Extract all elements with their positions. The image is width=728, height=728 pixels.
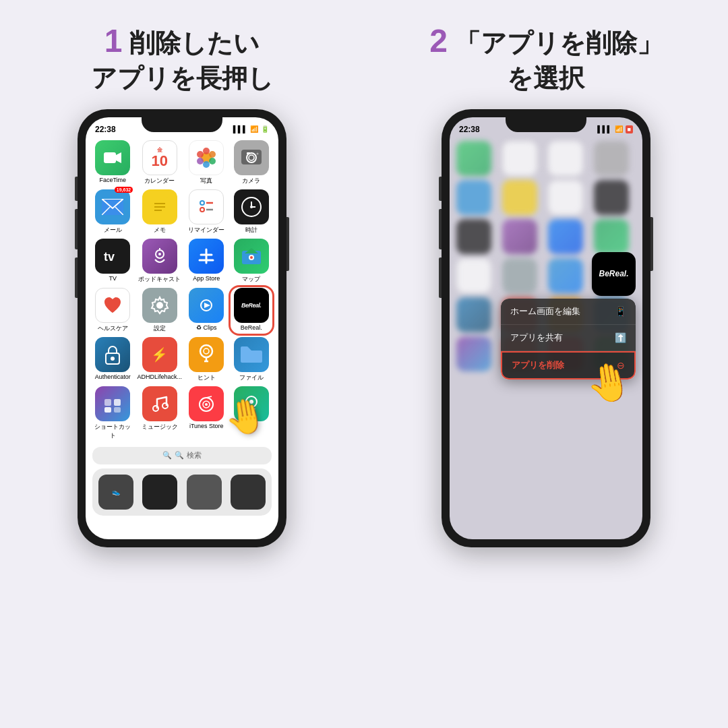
svg-text:tv: tv [104, 250, 115, 264]
health-icon [95, 288, 130, 323]
settings-label: 設定 [154, 324, 166, 333]
app-clock[interactable]: 時計 [231, 189, 272, 235]
svg-point-6 [203, 161, 210, 168]
wifi-icon: 📶 [250, 125, 258, 133]
notes-icon [142, 189, 177, 224]
search-text: 🔍 検索 [175, 450, 201, 460]
svg-point-42 [250, 256, 253, 259]
phone1-frame: 22:38 ▌▌▌ 📶 🔋 FaceTime [78, 109, 286, 547]
app-files[interactable]: ファイル [231, 337, 272, 382]
maps-label: マップ [242, 275, 260, 284]
step1-title: 1 削除したいアプリを長押し [91, 20, 274, 96]
step1-number: 1 [104, 23, 123, 59]
app-mail[interactable]: 19,632 メール [92, 189, 133, 235]
svg-rect-12 [247, 152, 250, 154]
svg-marker-1 [116, 152, 121, 163]
menu-item-edit[interactable]: ホーム画面を編集 📱 [501, 299, 636, 325]
svg-point-35 [158, 253, 161, 255]
mail-icon: 19,632 [95, 189, 130, 224]
wifi-icon2: 📶 [615, 125, 623, 133]
itunes-label: iTunes Store [189, 423, 224, 429]
app-shortcuts[interactable]: ショートカット [92, 386, 133, 440]
svg-point-47 [111, 357, 115, 361]
app-facetime[interactable]: FaceTime [92, 140, 133, 185]
svg-point-3 [203, 148, 210, 154]
music-icon [142, 386, 177, 421]
notch [142, 117, 222, 132]
svg-point-60 [205, 403, 208, 406]
app-notes[interactable]: メモ [137, 189, 182, 235]
app-health[interactable]: ヘルスケア [92, 288, 133, 333]
app-clips[interactable]: ♻ Clips [186, 288, 226, 333]
facetime-label: FaceTime [99, 177, 126, 183]
camera-label: カメラ [242, 177, 260, 185]
app-calendar[interactable]: 金 10 カレンダー [137, 140, 182, 185]
step2-number: 2 [429, 23, 448, 59]
dock-photo2[interactable] [142, 475, 177, 510]
app-hints[interactable]: ヒント [186, 337, 226, 382]
menu-edit-icon: 📱 [615, 306, 626, 317]
dock-photo3[interactable] [187, 475, 222, 510]
phone2-frame: 22:38 ▌▌▌ 📶 ■ [442, 109, 650, 547]
menu-share-label: アプリを共有 [510, 332, 563, 344]
status-time: 22:38 [95, 125, 116, 134]
step2-title: 2 「アプリを削除」を選択 [429, 20, 662, 96]
app-reminders[interactable]: リマインダー [186, 189, 226, 235]
clock-icon [234, 189, 269, 224]
files-label: ファイル [239, 373, 264, 382]
files-icon [234, 337, 269, 372]
signal-icon: ▌▌▌ [233, 125, 247, 133]
svg-point-26 [201, 208, 204, 211]
svg-point-23 [201, 202, 204, 204]
signal-icon2: ▌▌▌ [597, 125, 611, 133]
adhd-label: ADHDLifehack... [137, 373, 182, 380]
search-icon: 🔍 [162, 451, 172, 460]
dock-photo4[interactable] [231, 475, 266, 510]
svg-point-43 [156, 302, 163, 309]
photos-label: 写真 [200, 177, 212, 185]
svg-rect-54 [104, 407, 111, 413]
app-tv[interactable]: tv TV [92, 239, 133, 284]
settings-icon [142, 288, 177, 323]
app-appstore[interactable]: App Store [186, 239, 226, 284]
bereal-label: BeReal. [241, 324, 262, 331]
svg-rect-53 [114, 399, 121, 406]
svg-line-61 [206, 396, 212, 398]
app-photos[interactable]: 写真 [186, 140, 226, 185]
search-bar[interactable]: 🔍 🔍 検索 [92, 447, 272, 464]
health-label: ヘルスケア [98, 324, 128, 333]
notes-label: メモ [154, 226, 166, 235]
app-settings[interactable]: 設定 [137, 288, 182, 333]
svg-point-8 [197, 151, 204, 158]
app-bereal[interactable]: BeReal. BeReal. [231, 288, 272, 333]
clips-label: ♻ Clips [196, 324, 217, 331]
menu-item-share[interactable]: アプリを共有 ⬆️ [501, 325, 636, 351]
dock-photo1[interactable]: 👟 [98, 475, 133, 510]
status-icons: ▌▌▌ 📶 🔋 [233, 125, 269, 133]
app-itunes[interactable]: iTunes Store [186, 386, 226, 440]
mail-badge: 19,632 [115, 187, 133, 193]
reminders-label: リマインダー [188, 226, 224, 235]
app-adhd[interactable]: ⚡ ADHDLifehack... [137, 337, 182, 382]
svg-point-4 [209, 151, 216, 158]
status-icons2: ▌▌▌ 📶 ■ [597, 125, 633, 133]
app-authenticator[interactable]: Authenticator [92, 337, 133, 382]
svg-marker-45 [204, 303, 210, 308]
itunes-icon [189, 386, 224, 421]
hand-cursor-left: 🤚 [221, 394, 269, 439]
reminders-icon [189, 189, 224, 224]
app-camera[interactable]: カメラ [231, 140, 272, 185]
app-podcasts[interactable]: ポッドキャスト [137, 239, 182, 284]
main-container: 1 削除したいアプリを長押し 22:38 ▌▌▌ 📶 🔋 [0, 0, 728, 728]
menu-delete-label: アプリを削除 [512, 359, 564, 371]
calendar-icon: 金 10 [142, 140, 177, 175]
bereal-icon: BeReal. [234, 288, 269, 323]
clips-icon [189, 288, 224, 323]
status-time2: 22:38 [459, 125, 480, 134]
battery-icon: 🔋 [261, 125, 269, 133]
svg-point-7 [197, 158, 204, 164]
app-music[interactable]: ミュージック [137, 386, 182, 440]
tv-icon: tv [95, 239, 130, 274]
app-maps[interactable]: マップ [231, 239, 272, 284]
shortcuts-label: ショートカット [92, 423, 133, 440]
